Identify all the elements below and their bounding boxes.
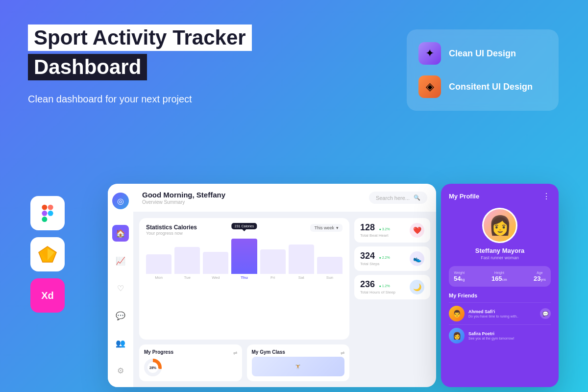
age-label: Age bbox=[534, 271, 546, 274]
my-progress-card: My Progress ⇌ 28% bbox=[139, 344, 242, 381]
dashboard-topbar: Good Morning, Steffany Overview Summary … bbox=[133, 184, 436, 212]
more-options-icon[interactable]: ⋮ bbox=[542, 192, 551, 201]
dashboard-left-panel: Statistics Calories Your progress now Th… bbox=[139, 218, 349, 381]
heart-stat-number-row: 128 ● 3.2% bbox=[360, 223, 390, 232]
bar-mon-fill bbox=[146, 254, 172, 274]
sidebar-item-chat[interactable]: 💬 bbox=[112, 307, 129, 324]
bar-tue: Tue bbox=[174, 247, 200, 280]
overview-text: Overview Summary bbox=[142, 199, 225, 205]
bar-wed-label: Wed bbox=[212, 275, 220, 280]
svg-rect-2 bbox=[42, 211, 47, 216]
greeting-text: Good Morning, Steffany bbox=[142, 191, 225, 199]
profile-role: Fast runner woman bbox=[481, 255, 519, 260]
friend-2-name: Safira Poetri bbox=[468, 331, 551, 336]
friend-2-avatar: 👩 bbox=[449, 328, 465, 343]
friend-1-name: Ahmed Safi'i bbox=[468, 309, 536, 314]
sidebar-logo: ◎ bbox=[112, 193, 129, 209]
my-progress-icon: ⇌ bbox=[233, 350, 237, 356]
weight-stat: Weight 54kg bbox=[454, 271, 465, 282]
body-stats-row: Weight 54kg Height 165cm Age 23yrs bbox=[449, 266, 551, 287]
xd-icon[interactable]: Xd bbox=[30, 278, 65, 313]
chart-subtitle: Your progress now bbox=[146, 231, 197, 236]
heart-stat-info: 128 ● 3.2% Total Beat Heart bbox=[360, 223, 390, 238]
title-dark-bg: Dashboard bbox=[28, 54, 147, 80]
bar-thu[interactable]: 231 Calories Thu bbox=[231, 239, 257, 280]
bar-tue-fill bbox=[174, 247, 200, 274]
tool-icons-list: Xd bbox=[30, 196, 65, 313]
bar-sat: Sat bbox=[289, 245, 314, 280]
sleep-stat-badge: ● 1.2% bbox=[379, 284, 390, 288]
figma-icon[interactable] bbox=[30, 196, 65, 230]
steps-stat-badge: ● 2.2% bbox=[379, 256, 390, 259]
sidebar-item-settings[interactable]: ⚙ bbox=[112, 362, 129, 379]
profile-card: My Profile ⋮ 👩 Steffany Mayora Fast runn… bbox=[441, 184, 559, 387]
height-label: Height bbox=[491, 271, 507, 274]
sleep-stat-value: 236 bbox=[360, 279, 375, 289]
dashboard-sidebar: ◎ 🏠 📈 ♡ 💬 👥 ⚙ bbox=[108, 184, 133, 387]
dashboard-right-panel: 128 ● 3.2% Total Beat Heart ❤️ 324 ● 2.2… bbox=[354, 218, 430, 381]
main-title-line1: Sport Activity Tracker bbox=[34, 26, 246, 49]
friend-1-info: Ahmed Safi'i Do you have time to runing … bbox=[468, 309, 536, 318]
consistent-ui-label: Consitent UI Design bbox=[449, 82, 533, 92]
sleep-stat-label: Total Hours of Sleep bbox=[360, 290, 395, 294]
bar-mon-label: Mon bbox=[155, 275, 163, 280]
friend-item-2: 👩 Safira Poetri See you at the gym tomor… bbox=[449, 324, 551, 346]
sketch-icon[interactable] bbox=[30, 237, 65, 271]
calories-chart-card: Statistics Calories Your progress now Th… bbox=[139, 218, 349, 340]
bar-tooltip: 231 Calories bbox=[232, 223, 257, 229]
sidebar-item-heart[interactable]: ♡ bbox=[112, 280, 129, 296]
steps-stat-card: 324 ● 2.2% Total Steps 👟 bbox=[354, 246, 430, 271]
header-subtitle: Clean dashboard for your next project bbox=[28, 92, 302, 106]
friends-section: My Friends 👨 Ahmed Safi'i Do you have ti… bbox=[449, 293, 551, 346]
clean-ui-label: Clean UI Design bbox=[449, 49, 516, 59]
friend-1-chat-icon[interactable]: 💬 bbox=[540, 308, 551, 319]
title-white-bg: Sport Activity Tracker bbox=[28, 24, 252, 51]
friend-2-msg: See you at the gym tomorrow! bbox=[468, 337, 551, 340]
bar-thu-fill: 231 Calories bbox=[231, 239, 257, 274]
search-bar[interactable]: Search here... 🔍 bbox=[369, 192, 427, 204]
heart-stat-value: 128 bbox=[360, 222, 375, 232]
bar-chart: Mon Tue Wed 231 Calories bbox=[146, 240, 343, 289]
bar-thu-label: Thu bbox=[241, 275, 248, 280]
gym-class-icon: ⇌ bbox=[341, 350, 344, 356]
sleep-stat-card: 236 ● 1.2% Total Hours of Sleep 🌙 bbox=[354, 275, 430, 299]
consistent-ui-icon: ◈ bbox=[418, 75, 441, 98]
svg-rect-0 bbox=[42, 205, 47, 210]
weight-label: Weight bbox=[454, 271, 465, 274]
dashboard-card: ◎ 🏠 📈 ♡ 💬 👥 ⚙ Good Morning, Steffany Ove… bbox=[108, 184, 436, 387]
sleep-icon: 🌙 bbox=[410, 280, 424, 294]
weight-value: 54kg bbox=[454, 275, 465, 282]
profile-name: Steffany Mayora bbox=[475, 247, 524, 254]
logo-rings-icon: ◎ bbox=[117, 196, 124, 206]
heart-stat-card: 128 ● 3.2% Total Beat Heart ❤️ bbox=[354, 218, 430, 243]
height-stat: Height 165cm bbox=[491, 271, 507, 282]
svg-point-4 bbox=[48, 211, 53, 216]
sidebar-item-home[interactable]: 🏠 bbox=[112, 225, 129, 242]
bar-wed-fill bbox=[203, 252, 228, 274]
bar-tue-label: Tue bbox=[184, 275, 191, 280]
chart-title: Statistics Calories bbox=[146, 224, 197, 231]
week-filter-label: This week bbox=[314, 225, 334, 230]
badge-item-2: ◈ Consitent UI Design bbox=[418, 72, 547, 102]
profile-title: My Profile bbox=[449, 193, 479, 200]
friend-1-avatar: 👨 bbox=[449, 306, 465, 321]
heart-stat-badge: ● 3.2% bbox=[379, 227, 390, 231]
bar-fri-label: Fri bbox=[270, 275, 275, 280]
bar-fri-fill bbox=[260, 249, 286, 274]
age-stat: Age 23yrs bbox=[534, 271, 546, 282]
gym-class-title: My Gym Class bbox=[252, 349, 285, 355]
age-value: 23yrs bbox=[534, 275, 546, 282]
sidebar-item-stats[interactable]: 📈 bbox=[112, 252, 129, 269]
bar-wed: Wed bbox=[203, 252, 228, 280]
heart-stat-label: Total Beat Heart bbox=[360, 233, 390, 238]
dashboard-content: Statistics Calories Your progress now Th… bbox=[133, 212, 436, 387]
heart-icon: ❤️ bbox=[410, 223, 424, 238]
week-filter-button[interactable]: This week ▾ bbox=[310, 224, 343, 232]
avatar: 👩 bbox=[482, 208, 517, 243]
sidebar-item-users[interactable]: 👥 bbox=[112, 335, 129, 351]
greeting-section: Good Morning, Steffany Overview Summary bbox=[142, 191, 225, 205]
main-title-line2: Dashboard bbox=[34, 56, 141, 78]
avatar-section: 👩 Steffany Mayora Fast runner woman bbox=[449, 208, 551, 260]
height-value: 165cm bbox=[491, 275, 507, 282]
bar-sun-label: Sun bbox=[326, 275, 333, 280]
